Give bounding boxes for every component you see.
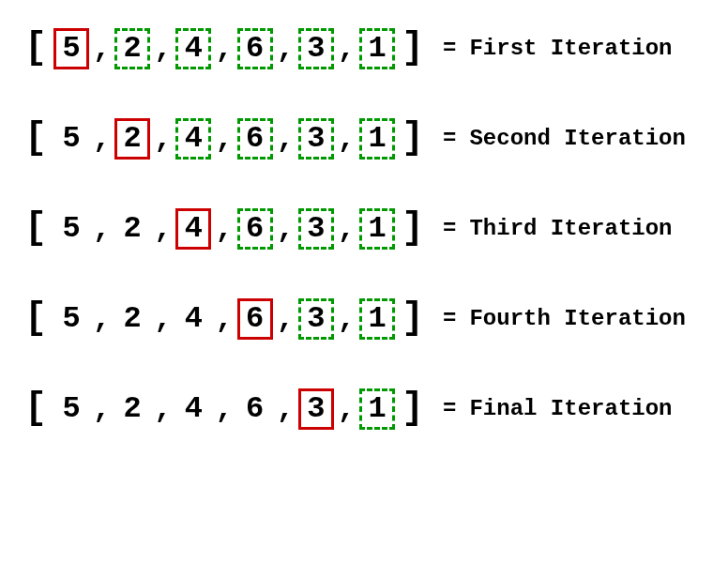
comma: ,	[274, 124, 297, 154]
comma: ,	[151, 214, 174, 244]
comma: ,	[212, 34, 235, 64]
comma: ,	[151, 124, 174, 154]
array-cell: 5	[53, 388, 89, 430]
iteration-label: Third Iteration	[469, 218, 672, 240]
array-cell: 6	[237, 118, 273, 160]
close-bracket: ]	[396, 120, 430, 158]
array-cells: 5,2,4,6,3,1	[53, 388, 396, 430]
array-cell: 2	[114, 298, 150, 340]
array-cell: 3	[298, 298, 334, 340]
array-cell: 2	[114, 118, 150, 160]
iteration-row: [5,2,4,6,3,1]=First Iteration	[19, 28, 709, 69]
equals-sign: =	[443, 38, 456, 60]
open-bracket: [	[19, 300, 53, 338]
iteration-row: [5,2,4,6,3,1]=Fourth Iteration	[19, 298, 709, 340]
equals-sign: =	[443, 308, 456, 330]
array-cell: 5	[53, 298, 89, 340]
array-cell: 1	[359, 388, 395, 430]
comma: ,	[274, 304, 297, 334]
comma: ,	[212, 394, 235, 424]
array-cell: 4	[175, 118, 211, 160]
array-cell: 4	[175, 298, 211, 340]
array-cell: 4	[175, 208, 211, 250]
open-bracket: [	[19, 30, 53, 68]
iteration-row: [5,2,4,6,3,1]=Second Iteration	[19, 118, 709, 160]
iteration-row: [5,2,4,6,3,1]=Third Iteration	[19, 208, 709, 250]
comma: ,	[212, 124, 235, 154]
close-bracket: ]	[396, 390, 430, 428]
equals-sign: =	[443, 218, 456, 240]
array-cell: 4	[175, 388, 211, 430]
comma: ,	[90, 124, 114, 154]
comma: ,	[274, 34, 297, 64]
array-cell: 5	[53, 118, 89, 160]
array-cell: 4	[175, 28, 211, 69]
comma: ,	[274, 214, 297, 244]
comma: ,	[274, 394, 297, 424]
iteration-row: [5,2,4,6,3,1]=Final Iteration	[19, 388, 709, 430]
comma: ,	[90, 34, 114, 64]
array-cell: 6	[237, 298, 273, 340]
comma: ,	[335, 214, 358, 244]
comma: ,	[151, 304, 174, 334]
array-cell: 6	[237, 28, 273, 69]
comma: ,	[335, 34, 358, 64]
array-cells: 5,2,4,6,3,1	[53, 298, 396, 340]
array-cell: 3	[298, 388, 334, 430]
open-bracket: [	[19, 390, 53, 428]
close-bracket: ]	[396, 210, 430, 248]
comma: ,	[90, 394, 114, 424]
close-bracket: ]	[396, 30, 430, 68]
equals-sign: =	[443, 398, 456, 420]
comma: ,	[212, 214, 235, 244]
comma: ,	[151, 394, 174, 424]
iteration-label: First Iteration	[469, 38, 672, 60]
iteration-label: Final Iteration	[469, 398, 672, 420]
comma: ,	[90, 214, 114, 244]
open-bracket: [	[19, 210, 53, 248]
array-cell: 3	[298, 118, 334, 160]
iteration-label: Fourth Iteration	[469, 308, 685, 330]
iteration-label: Second Iteration	[469, 128, 685, 150]
array-cell: 1	[359, 28, 395, 69]
close-bracket: ]	[396, 300, 430, 338]
comma: ,	[90, 304, 114, 334]
array-cell: 6	[237, 388, 273, 430]
comma: ,	[212, 304, 235, 334]
equals-sign: =	[443, 128, 456, 150]
comma: ,	[335, 124, 358, 154]
array-cell: 1	[359, 208, 395, 250]
array-cell: 2	[114, 388, 150, 430]
array-cell: 3	[298, 208, 334, 250]
array-cell: 5	[53, 208, 89, 250]
array-cells: 5,2,4,6,3,1	[53, 118, 396, 160]
array-cell: 2	[114, 208, 150, 250]
array-cells: 5,2,4,6,3,1	[53, 208, 396, 250]
comma: ,	[335, 304, 358, 334]
array-cell: 5	[53, 28, 89, 69]
array-cell: 2	[114, 28, 150, 69]
array-cell: 1	[359, 118, 395, 160]
comma: ,	[151, 34, 174, 64]
array-cell: 3	[298, 28, 334, 69]
array-cell: 1	[359, 298, 395, 340]
array-cell: 6	[237, 208, 273, 250]
open-bracket: [	[19, 120, 53, 158]
comma: ,	[335, 394, 358, 424]
array-cells: 5,2,4,6,3,1	[53, 28, 396, 69]
iteration-diagram: [5,2,4,6,3,1]=First Iteration[5,2,4,6,3,…	[19, 28, 709, 430]
